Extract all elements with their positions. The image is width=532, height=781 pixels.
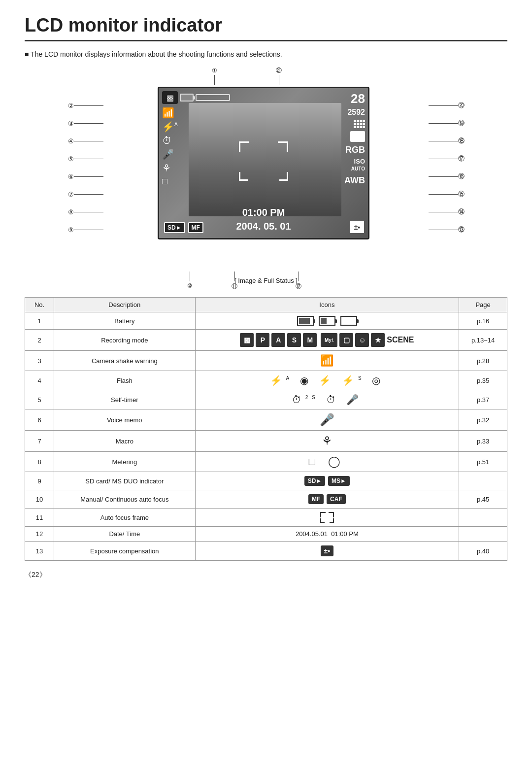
mode-my1-icon: My1 — [321, 333, 337, 347]
row-no: 3 — [25, 351, 54, 371]
lcd-focus-bl — [239, 172, 248, 181]
row-icons: ⚘ — [195, 431, 459, 452]
table-row: 5 Self-timer ⏱2S ⏱ 🎤 p.37 — [25, 390, 507, 409]
mode-child-icon: ☺ — [355, 333, 369, 347]
table-row: 12 Date/ Time 2004.05.01 01:00 PM — [25, 527, 507, 542]
row-icons — [195, 312, 459, 330]
macro-icon: ⚘ — [322, 434, 332, 447]
row-no: 7 — [25, 431, 54, 452]
lcd-right-info: 2592 RGB ISOAUTO AWB — [344, 108, 365, 186]
row-page: p.33 — [459, 431, 507, 452]
row-icons: ±▪ — [195, 542, 459, 561]
callout-1: ① — [212, 67, 217, 85]
row-desc: Self-timer — [54, 390, 196, 409]
callout-row-7: ⑦ — [64, 185, 103, 203]
col-page: Page — [459, 298, 507, 312]
info-table: No. Description Icons Page 1 Battery — [25, 297, 507, 561]
timer-icon: ⏱ — [326, 394, 340, 405]
row-desc: SD card/ MS DUO indicator — [54, 472, 196, 490]
lcd-mf-badge: MF — [188, 222, 203, 233]
mode-s-icon: S — [287, 333, 301, 347]
lcd-sd-badge: SD► — [164, 222, 185, 233]
row-desc: Auto focus frame — [54, 509, 196, 527]
lcd-frame-number: 28 — [351, 91, 365, 106]
diagram-section: ① ㉑ ▩ 28 — [25, 67, 507, 292]
mf-badge-icon: MF — [308, 494, 324, 504]
battery-empty-icon — [340, 316, 357, 326]
callout-row-8: ⑧ — [64, 203, 103, 221]
callout-row-14: ⑭ — [429, 203, 468, 221]
lcd-inner: ▩ 28 📶 ⚡A ⏱ 🎤 ⚘ □ 2592 — [159, 88, 368, 238]
callout-row-15: ⑮ — [429, 185, 468, 203]
flash-redeye-icon: ◉ — [300, 375, 312, 386]
battery-full-icon — [297, 316, 314, 326]
table-header-row: No. Description Icons Page — [25, 298, 507, 312]
top-callouts: ① ㉑ — [158, 67, 369, 87]
page-title: LCD monitor indicator — [25, 15, 507, 41]
row-page: p.40 — [459, 542, 507, 561]
row-no: 2 — [25, 330, 54, 351]
table-row: 11 Auto focus frame — [25, 509, 507, 527]
table-row: 6 Voice memo 🎤 p.32 — [25, 409, 507, 431]
row-icons: 2004.05.01 01:00 PM — [195, 527, 459, 542]
timer-remote-icon: 🎤 — [346, 394, 363, 405]
mode-p-icon: P — [256, 333, 269, 347]
mode-star-icon: ★ — [371, 333, 385, 347]
row-icons: ⚡A ◉ ⚡ ⚡S ◎ — [195, 371, 459, 390]
callout-row-19: ⑲ — [429, 114, 468, 132]
row-no: 8 — [25, 452, 54, 472]
row-no: 5 — [25, 390, 54, 409]
lcd-screen: ▩ 28 📶 ⚡A ⏱ 🎤 ⚘ □ 2592 — [158, 87, 369, 239]
row-no: 1 — [25, 312, 54, 330]
lcd-timer-icon: ⏱ — [162, 136, 178, 145]
lcd-image-size-icon — [350, 131, 365, 142]
lcd-flash-icon: ⚡A — [162, 122, 178, 132]
ms-badge-icon: MS► — [328, 476, 350, 486]
table-row: 3 Camera shake warning 📶 p.28 — [25, 351, 507, 371]
callout-row-2: ② — [64, 97, 103, 114]
voice-memo-icon: 🎤 — [320, 413, 334, 426]
row-desc: Camera shake warning — [54, 351, 196, 371]
lcd-grid-icon — [354, 120, 365, 128]
sd-badge-icon: SD► — [304, 476, 326, 486]
callout-row-17: ⑰ — [429, 150, 468, 168]
mode-scene-label: SCENE — [387, 336, 414, 344]
table-row: 7 Macro ⚘ p.33 — [25, 431, 507, 452]
lcd-rgb-label: RGB — [345, 145, 365, 155]
row-icons: SD► MS► — [195, 472, 459, 490]
row-page: p.51 — [459, 452, 507, 472]
table-row: 13 Exposure compensation ±▪ p.40 — [25, 542, 507, 561]
row-page: p.32 — [459, 409, 507, 431]
row-desc: Battery — [54, 312, 196, 330]
row-page — [459, 527, 507, 542]
lcd-battery-icon — [180, 94, 194, 102]
table-row: 2 Recording mode ▩ P A S M My1 ▢ ☺ ★ SCE… — [25, 330, 507, 351]
callout-row-13: ⑬ — [429, 221, 468, 238]
lcd-sd-mf-icons: SD► MF — [164, 222, 203, 233]
diagram-container: ① ㉑ ▩ 28 — [64, 67, 468, 274]
row-icons — [195, 509, 459, 527]
row-desc: Exposure compensation — [54, 542, 196, 561]
flash-slow-icon: ⚡S — [342, 375, 366, 386]
table-row: 10 Manual/ Continuous auto focus MF CAF … — [25, 490, 507, 509]
metering-spot-icon: ◯ — [328, 455, 345, 468]
mode-o-icon: ▩ — [240, 333, 254, 347]
bullet-icon: ■ — [25, 50, 29, 58]
lcd-camera-mode-icon: ▩ — [162, 91, 178, 104]
col-icons: Icons — [195, 298, 459, 312]
row-desc: Manual/ Continuous auto focus — [54, 490, 196, 509]
row-icons: ⏱2S ⏱ 🎤 — [195, 390, 459, 409]
callout-11: ⑪ — [232, 272, 237, 291]
lcd-macro-icon: ⚘ — [162, 163, 178, 173]
left-callouts: ② ③ ④ ⑤ ⑥ ⑦ ⑧ — [64, 97, 103, 238]
row-page: p.16 — [459, 312, 507, 330]
timer-2s-icon: ⏱2S — [292, 394, 319, 405]
row-icons: 🎤 — [195, 409, 459, 431]
lcd-voice-icon: 🎤 — [162, 149, 178, 159]
mode-video-icon: ▢ — [339, 333, 353, 347]
callout-row-9: ⑨ — [64, 221, 103, 238]
lcd-exposure-icon: ±▪ — [350, 221, 364, 233]
row-no: 12 — [25, 527, 54, 542]
row-icons: MF CAF — [195, 490, 459, 509]
lcd-focus-frame — [239, 141, 288, 181]
